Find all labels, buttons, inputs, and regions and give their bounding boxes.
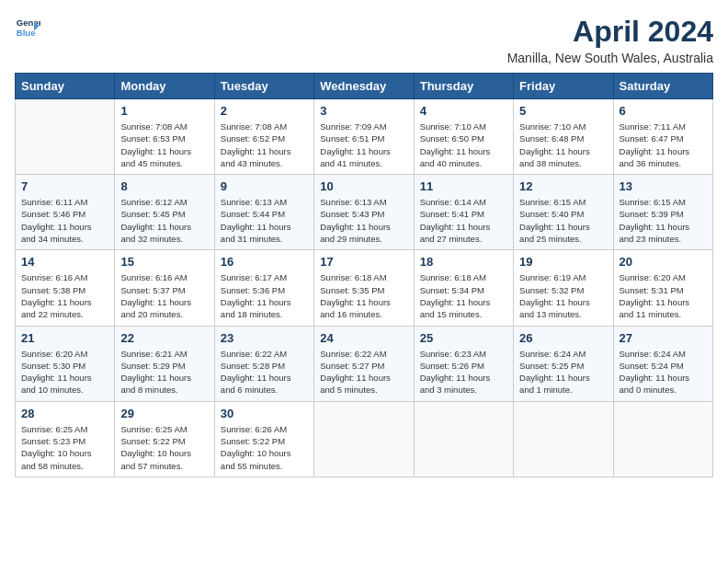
- day-number: 19: [519, 255, 607, 269]
- day-number: 9: [221, 179, 308, 193]
- day-info: Sunrise: 6:16 AM Sunset: 5:37 PM Dayligh…: [120, 271, 208, 320]
- page-header: General Blue April 2024 Manilla, New Sou…: [15, 15, 713, 65]
- day-number: 18: [420, 255, 507, 269]
- day-info: Sunrise: 6:19 AM Sunset: 5:32 PM Dayligh…: [519, 271, 607, 320]
- day-number: 25: [420, 331, 507, 345]
- day-number: 21: [21, 331, 108, 345]
- month-title: April 2024: [507, 15, 713, 49]
- day-number: 15: [120, 255, 208, 269]
- calendar-cell: [414, 401, 513, 477]
- day-number: 4: [420, 104, 507, 118]
- calendar-cell: 13Sunrise: 6:15 AM Sunset: 5:39 PM Dayli…: [613, 175, 712, 250]
- weekday-header: Tuesday: [214, 74, 313, 99]
- calendar-cell: 14Sunrise: 6:16 AM Sunset: 5:38 PM Dayli…: [16, 250, 115, 326]
- calendar-cell: 3Sunrise: 7:09 AM Sunset: 6:51 PM Daylig…: [314, 99, 414, 175]
- day-info: Sunrise: 7:08 AM Sunset: 6:53 PM Dayligh…: [120, 121, 208, 169]
- day-number: 14: [21, 255, 108, 269]
- day-number: 13: [620, 179, 707, 193]
- day-info: Sunrise: 6:17 AM Sunset: 5:36 PM Dayligh…: [221, 271, 308, 320]
- day-info: Sunrise: 6:26 AM Sunset: 5:22 PM Dayligh…: [221, 423, 308, 472]
- day-number: 11: [420, 179, 507, 193]
- day-info: Sunrise: 6:20 AM Sunset: 5:31 PM Dayligh…: [620, 271, 707, 320]
- day-info: Sunrise: 6:24 AM Sunset: 5:24 PM Dayligh…: [620, 348, 707, 396]
- day-number: 1: [120, 104, 208, 118]
- day-info: Sunrise: 6:13 AM Sunset: 5:43 PM Dayligh…: [320, 196, 407, 245]
- title-block: April 2024 Manilla, New South Wales, Aus…: [507, 15, 713, 65]
- day-info: Sunrise: 6:15 AM Sunset: 5:40 PM Dayligh…: [519, 196, 607, 245]
- day-info: Sunrise: 7:11 AM Sunset: 6:47 PM Dayligh…: [620, 121, 707, 169]
- calendar-week-row: 14Sunrise: 6:16 AM Sunset: 5:38 PM Dayli…: [16, 250, 713, 326]
- calendar-cell: 1Sunrise: 7:08 AM Sunset: 6:53 PM Daylig…: [115, 99, 214, 175]
- calendar-cell: [16, 99, 115, 175]
- logo: General Blue: [15, 15, 40, 40]
- day-info: Sunrise: 6:18 AM Sunset: 5:35 PM Dayligh…: [320, 271, 407, 320]
- calendar-cell: 29Sunrise: 6:25 AM Sunset: 5:22 PM Dayli…: [115, 401, 214, 477]
- svg-text:Blue: Blue: [17, 28, 36, 38]
- calendar-table: SundayMondayTuesdayWednesdayThursdayFrid…: [15, 73, 713, 477]
- calendar-cell: 6Sunrise: 7:11 AM Sunset: 6:47 PM Daylig…: [613, 99, 712, 175]
- calendar-cell: 27Sunrise: 6:24 AM Sunset: 5:24 PM Dayli…: [613, 326, 712, 401]
- calendar-cell: 28Sunrise: 6:25 AM Sunset: 5:23 PM Dayli…: [16, 401, 115, 477]
- day-info: Sunrise: 6:23 AM Sunset: 5:26 PM Dayligh…: [420, 348, 507, 396]
- day-number: 30: [221, 407, 308, 420]
- calendar-cell: 10Sunrise: 6:13 AM Sunset: 5:43 PM Dayli…: [314, 175, 414, 250]
- day-number: 29: [120, 407, 208, 420]
- calendar-cell: 8Sunrise: 6:12 AM Sunset: 5:45 PM Daylig…: [115, 175, 214, 250]
- calendar-week-row: 21Sunrise: 6:20 AM Sunset: 5:30 PM Dayli…: [16, 326, 713, 401]
- day-number: 8: [120, 179, 208, 193]
- day-info: Sunrise: 6:16 AM Sunset: 5:38 PM Dayligh…: [21, 271, 108, 320]
- calendar-cell: 17Sunrise: 6:18 AM Sunset: 5:35 PM Dayli…: [314, 250, 414, 326]
- calendar-cell: 22Sunrise: 6:21 AM Sunset: 5:29 PM Dayli…: [115, 326, 214, 401]
- day-info: Sunrise: 6:25 AM Sunset: 5:23 PM Dayligh…: [21, 423, 108, 472]
- logo-icon: General Blue: [15, 15, 40, 40]
- day-number: 24: [320, 331, 407, 345]
- day-number: 2: [221, 104, 308, 118]
- calendar-cell: 4Sunrise: 7:10 AM Sunset: 6:50 PM Daylig…: [414, 99, 513, 175]
- weekday-header: Sunday: [16, 74, 115, 99]
- weekday-header: Saturday: [613, 74, 712, 99]
- calendar-cell: 15Sunrise: 6:16 AM Sunset: 5:37 PM Dayli…: [115, 250, 214, 326]
- day-number: 12: [519, 179, 607, 193]
- day-number: 7: [21, 179, 108, 193]
- day-info: Sunrise: 6:21 AM Sunset: 5:29 PM Dayligh…: [120, 348, 208, 396]
- calendar-cell: 7Sunrise: 6:11 AM Sunset: 5:46 PM Daylig…: [16, 175, 115, 250]
- day-number: 5: [519, 104, 607, 118]
- weekday-header: Friday: [514, 74, 613, 99]
- day-number: 6: [620, 104, 707, 118]
- day-number: 20: [620, 255, 707, 269]
- calendar-week-row: 28Sunrise: 6:25 AM Sunset: 5:23 PM Dayli…: [16, 401, 713, 477]
- day-info: Sunrise: 6:14 AM Sunset: 5:41 PM Dayligh…: [420, 196, 507, 245]
- day-info: Sunrise: 7:09 AM Sunset: 6:51 PM Dayligh…: [320, 121, 407, 169]
- day-info: Sunrise: 6:11 AM Sunset: 5:46 PM Dayligh…: [21, 196, 108, 245]
- day-info: Sunrise: 7:10 AM Sunset: 6:48 PM Dayligh…: [519, 121, 607, 169]
- day-number: 23: [221, 331, 308, 345]
- calendar-cell: [314, 401, 414, 477]
- calendar-cell: 23Sunrise: 6:22 AM Sunset: 5:28 PM Dayli…: [214, 326, 313, 401]
- calendar-cell: 16Sunrise: 6:17 AM Sunset: 5:36 PM Dayli…: [214, 250, 313, 326]
- day-info: Sunrise: 6:18 AM Sunset: 5:34 PM Dayligh…: [420, 271, 507, 320]
- day-number: 10: [320, 179, 407, 193]
- day-number: 27: [620, 331, 707, 345]
- day-info: Sunrise: 6:13 AM Sunset: 5:44 PM Dayligh…: [221, 196, 308, 245]
- calendar-cell: 18Sunrise: 6:18 AM Sunset: 5:34 PM Dayli…: [414, 250, 513, 326]
- day-number: 16: [221, 255, 308, 269]
- location-text: Manilla, New South Wales, Australia: [507, 51, 713, 65]
- calendar-cell: 21Sunrise: 6:20 AM Sunset: 5:30 PM Dayli…: [16, 326, 115, 401]
- calendar-week-row: 1Sunrise: 7:08 AM Sunset: 6:53 PM Daylig…: [16, 99, 713, 175]
- day-info: Sunrise: 6:25 AM Sunset: 5:22 PM Dayligh…: [120, 423, 208, 472]
- calendar-cell: 11Sunrise: 6:14 AM Sunset: 5:41 PM Dayli…: [414, 175, 513, 250]
- day-number: 28: [21, 407, 108, 420]
- day-info: Sunrise: 6:15 AM Sunset: 5:39 PM Dayligh…: [620, 196, 707, 245]
- weekday-header: Wednesday: [314, 74, 414, 99]
- calendar-cell: 30Sunrise: 6:26 AM Sunset: 5:22 PM Dayli…: [214, 401, 313, 477]
- calendar-cell: 19Sunrise: 6:19 AM Sunset: 5:32 PM Dayli…: [514, 250, 613, 326]
- weekday-header: Monday: [115, 74, 214, 99]
- day-info: Sunrise: 6:20 AM Sunset: 5:30 PM Dayligh…: [21, 348, 108, 396]
- day-number: 3: [320, 104, 407, 118]
- calendar-cell: 5Sunrise: 7:10 AM Sunset: 6:48 PM Daylig…: [514, 99, 613, 175]
- calendar-week-row: 7Sunrise: 6:11 AM Sunset: 5:46 PM Daylig…: [16, 175, 713, 250]
- calendar-cell: 26Sunrise: 6:24 AM Sunset: 5:25 PM Dayli…: [514, 326, 613, 401]
- calendar-cell: [514, 401, 613, 477]
- day-number: 26: [519, 331, 607, 345]
- day-info: Sunrise: 7:10 AM Sunset: 6:50 PM Dayligh…: [420, 121, 507, 169]
